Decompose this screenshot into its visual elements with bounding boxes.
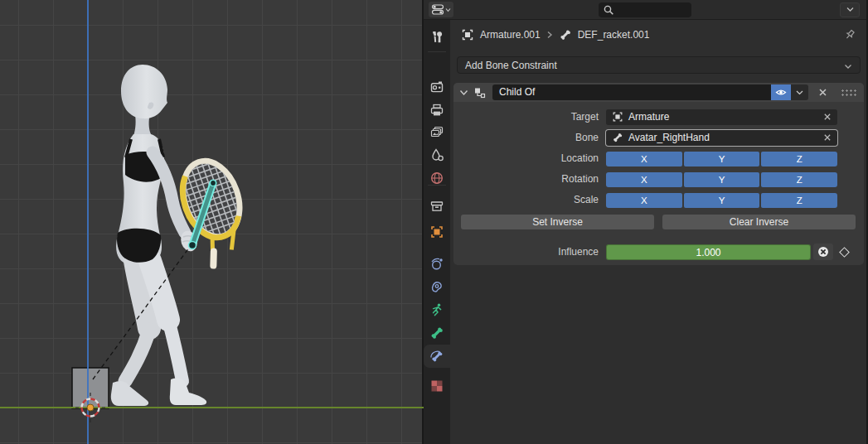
viewport-3d[interactable] [0,0,424,444]
eye-icon [775,88,787,97]
globe-icon [429,171,444,186]
constraint-delete-button[interactable] [818,88,827,97]
chevron-down-icon [846,7,854,12]
chevron-down-icon [796,90,803,95]
bone-icon [559,28,572,41]
cube-object[interactable] [72,368,109,408]
viewport-scene [0,0,424,444]
racket-handle [209,252,218,266]
physics-icon [429,257,444,272]
object-icon [461,28,474,41]
tab-render[interactable] [424,75,450,98]
set-inverse-button[interactable]: Set Inverse [461,215,654,229]
bone-constraint-panel-area: Armature.001 DEF_racket.001 [450,20,866,444]
properties-header-bar [424,0,866,20]
search-icon [603,4,614,16]
tab-physics[interactable] [424,253,450,275]
tab-collection[interactable] [424,195,450,217]
location-z-toggle[interactable]: Z [761,152,837,166]
influence-label: Influence [453,246,606,258]
close-icon [818,88,827,97]
character-head [121,65,167,118]
insert-keyframe-diamond-icon[interactable] [839,247,850,258]
chevron-right-icon [546,31,553,39]
add-bone-constraint-label: Add Bone Constraint [465,60,557,71]
circle-x-icon [817,246,829,258]
rotation-y-toggle[interactable]: Y [684,172,760,187]
tab-texture[interactable] [424,374,450,397]
character-back-shin [125,330,149,381]
tab-view-layer[interactable] [424,121,450,143]
object-icon [612,111,623,123]
object-icon [429,224,444,239]
printer-icon [429,103,444,118]
constraint-header: Child Of [453,83,864,102]
tab-bone[interactable] [424,321,450,344]
target-field[interactable]: Armature [606,109,837,125]
object-origin-dot [87,404,94,411]
tab-object[interactable] [424,220,450,243]
clear-bone-icon[interactable] [823,133,832,142]
bone-constraint-icon [429,349,444,364]
constraint-enable-toggle[interactable] [771,84,791,100]
location-x-toggle[interactable]: X [606,152,682,166]
constraint-name-field[interactable]: Child Of [492,84,771,100]
chevron-down-icon [844,64,852,70]
scene-icon [429,147,444,162]
chevron-down-icon [445,7,451,12]
pin-button[interactable] [843,28,856,45]
expand-chevron-icon[interactable] [459,89,468,96]
scale-x-toggle[interactable]: X [606,193,682,208]
object-constraints-icon [429,280,444,295]
breadcrumb: Armature.001 DEF_racket.001 [450,20,866,50]
scale-label: Scale [453,194,606,205]
influence-animate-button[interactable] [813,244,833,260]
location-y-toggle[interactable]: Y [684,152,760,166]
bone-value: Avatar_RightHand [628,132,818,143]
breadcrumb-bone[interactable]: DEF_racket.001 [578,29,650,41]
layers-icon [429,125,444,140]
target-label: Target [453,111,606,123]
clear-inverse-button[interactable]: Clear Inverse [662,215,856,229]
tab-bone-constraint[interactable] [424,345,450,368]
scale-z-toggle[interactable]: Z [761,193,837,208]
bone-field[interactable]: Avatar_RightHand [606,130,837,146]
location-label: Location [453,152,606,164]
add-bone-constraint-dropdown[interactable]: Add Bone Constraint [457,56,861,74]
armature-data-icon [429,302,444,317]
properties-tab-strip [424,20,450,444]
search-input[interactable] [614,4,686,16]
constraint-extras-dropdown[interactable] [791,84,808,100]
clear-target-icon[interactable] [823,113,832,121]
tab-object-data[interactable] [424,298,450,321]
texture-checker-icon [429,379,444,393]
rotation-label: Rotation [453,173,606,185]
header-menu-button[interactable] [840,2,860,17]
tab-object-constraints[interactable] [424,276,450,298]
render-icon [429,80,444,94]
editor-type-button[interactable] [429,2,453,17]
tab-separator [428,185,446,186]
tab-scene[interactable] [424,143,450,166]
tennis-racket[interactable] [172,153,257,268]
blender-window: Armature.001 DEF_racket.001 [0,0,868,444]
character-front-shin [168,320,182,381]
bone-icon [429,326,444,340]
tab-tool[interactable] [424,26,450,48]
properties-editor: Armature.001 DEF_racket.001 [424,0,866,444]
tab-separator [428,51,446,52]
rotation-z-toggle[interactable]: Z [761,172,837,187]
archive-box-icon [429,199,444,214]
constraint-drag-handle[interactable] [841,89,856,97]
breadcrumb-object[interactable]: Armature.001 [480,29,541,41]
rotation-x-toggle[interactable]: X [606,172,682,187]
tab-output[interactable] [424,99,450,121]
pin-icon [843,28,856,41]
bone-icon [612,132,623,143]
influence-slider[interactable]: 1.000 [606,244,811,260]
target-value: Armature [628,111,818,123]
child-of-constraint-panel: Child Of [453,83,864,265]
scale-y-toggle[interactable]: Y [684,193,760,208]
search-field[interactable] [599,2,691,17]
bone-label: Bone [453,132,606,143]
